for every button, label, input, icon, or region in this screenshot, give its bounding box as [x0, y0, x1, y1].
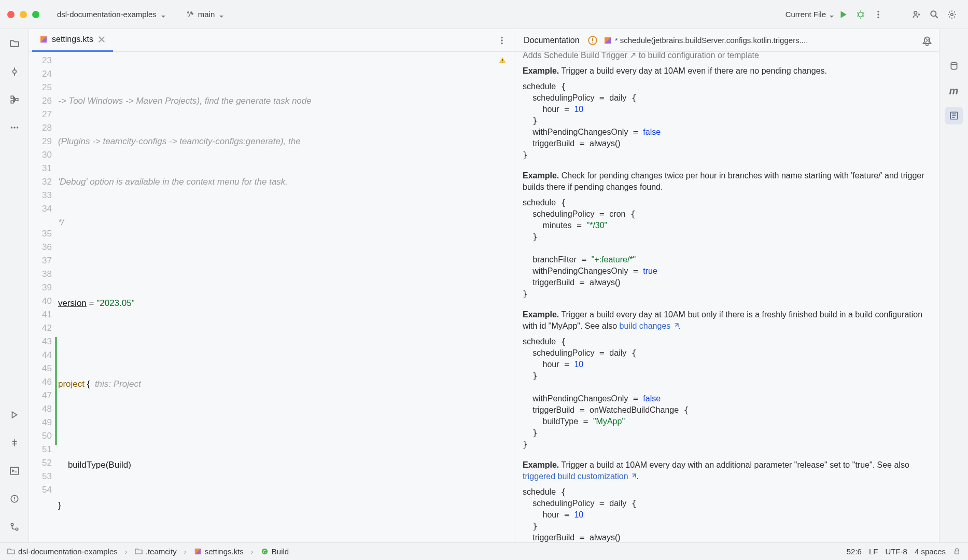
svg-point-7	[12, 70, 16, 74]
more-actions-button[interactable]	[869, 6, 887, 23]
ex4: Example. Trigger a build at 10AM every d…	[523, 459, 931, 482]
chevron-down-icon	[161, 12, 166, 17]
kts-file-icon	[604, 36, 612, 45]
doc-tab-title[interactable]: Documentation	[522, 29, 582, 52]
svg-point-4	[914, 11, 917, 14]
documentation-panel: Documentation * schedule(jetbrains.build…	[514, 29, 939, 542]
breadcrumb-settings[interactable]: settings.kts	[194, 547, 244, 556]
external-link-icon	[673, 323, 679, 329]
svg-point-24	[951, 62, 957, 65]
services-tool-button[interactable]	[4, 404, 25, 425]
warning-icon	[588, 36, 597, 45]
svg-point-13	[16, 127, 18, 128]
right-rail: m	[939, 29, 968, 542]
project-tool-button[interactable]	[4, 33, 25, 54]
svg-point-3	[877, 16, 879, 18]
run-button[interactable]	[834, 6, 852, 23]
cursor-position[interactable]: 52:6	[847, 547, 862, 556]
code-with-me-button[interactable]	[908, 6, 925, 23]
ex1: Example. Trigger a build every day at 10…	[523, 65, 931, 77]
doc-body[interactable]: Adds Schedule Build Trigger ↗ to build c…	[514, 52, 939, 542]
external-link-icon	[630, 473, 636, 479]
code-ex2: schedule { schedulingPolicy = cron { min…	[523, 197, 931, 300]
indent[interactable]: 4 spaces	[915, 547, 946, 556]
svg-rect-8	[11, 96, 13, 99]
terminal-tool-button[interactable]	[4, 460, 25, 481]
doc-crumb-text: * schedule(jetbrains.buildServer.configs…	[615, 36, 920, 45]
titlebar: dsl-documentation-examples main Current …	[0, 0, 968, 29]
branch-name: main	[198, 10, 215, 19]
code-text[interactable]: -> Tool Windows -> Maven Projects), find…	[58, 52, 514, 542]
traffic-lights	[7, 11, 39, 18]
gutter: 232425262728293031323334 353637383940414…	[29, 52, 58, 542]
line-separator[interactable]: LF	[869, 547, 878, 556]
folder-icon	[7, 548, 15, 555]
doc-tabs: Documentation * schedule(jetbrains.build…	[514, 29, 939, 52]
more-tools-button[interactable]	[4, 117, 25, 138]
svg-rect-9	[11, 101, 13, 103]
svg-text:C: C	[263, 549, 266, 554]
kts-file-icon	[39, 35, 48, 44]
debug-button[interactable]	[852, 6, 869, 23]
branch-icon	[186, 10, 194, 19]
breadcrumb-teamcity[interactable]: .teamcity	[135, 547, 177, 556]
documentation-tool-button[interactable]	[945, 107, 963, 124]
close-window-button[interactable]	[7, 11, 15, 18]
commit-tool-button[interactable]	[4, 61, 25, 82]
maven-tool-button[interactable]: m	[945, 82, 963, 100]
link-triggered-build-customization[interactable]: triggered build customization	[523, 472, 636, 481]
readonly-icon[interactable]	[953, 548, 961, 555]
tab-settings-kts[interactable]: settings.kts	[32, 29, 113, 52]
maximize-window-button[interactable]	[32, 11, 39, 18]
build-tool-button[interactable]	[4, 432, 25, 453]
kts-file-icon	[194, 548, 202, 555]
svg-point-20	[501, 39, 502, 41]
editor-tabs: settings.kts	[29, 29, 514, 52]
notifications-button[interactable]	[917, 31, 937, 51]
code-ex3: schedule { schedulingPolicy = daily { ho…	[523, 336, 931, 450]
svg-point-0	[859, 12, 863, 17]
database-tool-button[interactable]	[945, 57, 963, 75]
svg-point-16	[11, 523, 13, 526]
svg-point-17	[16, 528, 18, 530]
link-build-changes[interactable]: build changes	[620, 321, 679, 330]
doc-breadcrumb[interactable]: * schedule(jetbrains.buildServer.configs…	[604, 36, 932, 45]
code-ex4: schedule { schedulingPolicy = daily { ho…	[523, 486, 931, 542]
run-config-selector[interactable]: Current File	[785, 10, 834, 19]
settings-button[interactable]	[943, 6, 961, 23]
breadcrumb-root[interactable]: dsl-documentation-examples	[7, 547, 118, 556]
tab-more-button[interactable]	[493, 32, 511, 49]
project-name: dsl-documentation-examples	[57, 10, 157, 19]
tab-label: settings.kts	[52, 35, 93, 44]
doc-top-cut: Adds Schedule Build Trigger ↗ to build c…	[523, 52, 931, 61]
ex3: Example. Trigger a build every day at 10…	[523, 309, 931, 332]
project-selector[interactable]: dsl-documentation-examples	[51, 8, 172, 21]
structure-tool-button[interactable]	[4, 89, 25, 110]
folder-icon	[135, 548, 143, 555]
svg-point-2	[877, 13, 879, 15]
chevron-down-icon	[219, 12, 224, 17]
code-area[interactable]: 232425262728293031323334 353637383940414…	[29, 52, 514, 542]
svg-point-12	[13, 127, 15, 128]
svg-point-1	[877, 10, 879, 12]
vcs-tool-button[interactable]	[4, 516, 25, 537]
left-rail	[0, 29, 29, 542]
svg-point-11	[10, 127, 12, 128]
problems-tool-button[interactable]	[4, 488, 25, 509]
search-button[interactable]	[925, 6, 943, 23]
breadcrumb-build[interactable]: C Build	[261, 547, 289, 556]
ex2: Example. Check for pending changes twice…	[523, 170, 931, 193]
encoding[interactable]: UTF-8	[885, 547, 907, 556]
minimize-window-button[interactable]	[20, 11, 27, 18]
svg-rect-10	[16, 99, 18, 101]
svg-point-19	[501, 36, 502, 38]
close-icon[interactable]	[97, 35, 106, 44]
editor: settings.kts 232425262728293031323334 35…	[29, 29, 514, 542]
svg-point-21	[501, 42, 502, 44]
svg-point-5	[931, 11, 936, 16]
svg-rect-29	[955, 551, 959, 554]
chevron-down-icon	[829, 12, 834, 17]
status-bar: dsl-documentation-examples › .teamcity ›…	[0, 542, 968, 560]
branch-selector[interactable]: main	[179, 8, 231, 21]
run-config-label: Current File	[785, 10, 826, 19]
